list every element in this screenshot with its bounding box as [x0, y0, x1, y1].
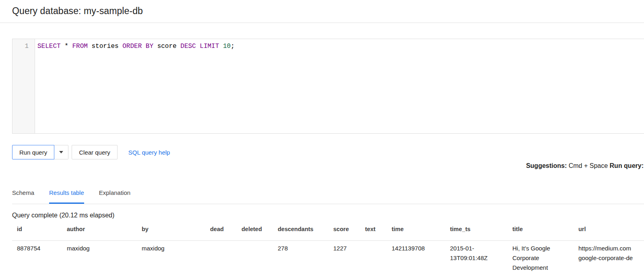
query-actions: Run query Clear query SQL query help [12, 145, 644, 159]
cell-by: maxidog [142, 241, 210, 273]
run-query-dropdown-button[interactable] [54, 145, 68, 159]
cell-time-ts: 2015-01-13T09:01:48Z [450, 241, 512, 273]
caret-down-icon [59, 151, 63, 153]
column-header-id: id [12, 219, 67, 241]
suggestions-shortcut: Cmd + Space [567, 162, 609, 169]
suggestions-text: Suggestions: Cmd + Space Run query: [0, 162, 644, 170]
run-query-button[interactable]: Run query [12, 145, 54, 159]
clear-query-button[interactable]: Clear query [72, 145, 118, 159]
sql-token: 10 [223, 43, 231, 50]
sql-code-area[interactable]: SELECT * FROM stories ORDER BY score DES… [35, 39, 644, 133]
cell-deleted [242, 241, 278, 273]
sql-editor[interactable]: 1 SELECT * FROM stories ORDER BY score D… [12, 39, 644, 134]
cell-title: Hi, It’s Google Corporate Development [512, 241, 578, 273]
sql-token [219, 43, 223, 50]
sql-token: * [61, 43, 72, 50]
sql-token: stories [88, 43, 122, 50]
results-tabbar: Schema Results table Explanation [12, 185, 644, 204]
sql-token: ; [231, 43, 235, 50]
column-header-descendants: descendants [278, 219, 333, 241]
table-row: 8878754 maxidog maxidog 278 1227 1421139… [12, 241, 644, 273]
line-number: 1 [12, 43, 29, 50]
sql-query-line: SELECT * FROM stories ORDER BY score DES… [37, 43, 644, 50]
column-header-title: title [512, 219, 578, 241]
cell-dead [210, 241, 242, 273]
tab-schema[interactable]: Schema [12, 185, 34, 204]
column-header-score: score [333, 219, 365, 241]
column-header-author: author [67, 219, 142, 241]
results-table: id author by dead deleted descendants sc… [12, 219, 644, 273]
cell-time: 1421139708 [392, 241, 450, 273]
cell-id: 8878754 [12, 241, 67, 273]
column-header-time-ts: time_ts [450, 219, 512, 241]
sql-token: LIMIT [200, 43, 219, 50]
cell-descendants: 278 [278, 241, 333, 273]
page-title: Query database: my-sample-db [12, 6, 644, 17]
editor-gutter: 1 [12, 39, 35, 133]
query-database-page: Query database: my-sample-db 1 SELECT * … [0, 0, 644, 275]
column-header-time: time [392, 219, 450, 241]
column-header-text: text [365, 219, 392, 241]
column-header-dead: dead [210, 219, 242, 241]
cell-url: https://medium.com google-corporate-de [578, 241, 644, 273]
query-status: Query complete (20.12 ms elapsed) [12, 211, 644, 219]
tab-results-table[interactable]: Results table [49, 185, 84, 204]
sql-token: score [153, 43, 180, 50]
sql-token: ORDER BY [122, 43, 153, 50]
cell-text [365, 241, 392, 273]
cell-score: 1227 [333, 241, 365, 273]
sql-token: FROM [72, 43, 87, 50]
sql-token [196, 43, 200, 50]
tab-explanation[interactable]: Explanation [99, 185, 130, 204]
table-header-row: id author by dead deleted descendants sc… [12, 219, 644, 241]
suggestions-label: Suggestions: [526, 162, 567, 169]
cell-author: maxidog [67, 241, 142, 273]
suggestions-action: Run query: [610, 162, 644, 169]
column-header-url: url [578, 219, 644, 241]
page-header: Query database: my-sample-db [0, 0, 644, 23]
column-header-deleted: deleted [242, 219, 278, 241]
sql-query-help-link[interactable]: SQL query help [128, 149, 170, 156]
column-header-by: by [142, 219, 210, 241]
sql-token: DESC [180, 43, 196, 50]
sql-token: SELECT [37, 43, 61, 50]
